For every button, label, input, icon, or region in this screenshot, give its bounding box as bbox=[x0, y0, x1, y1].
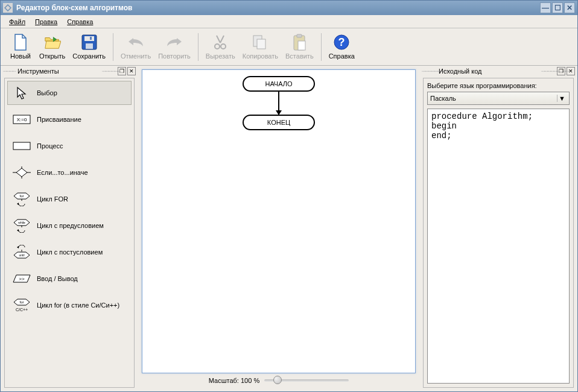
panel-close-button[interactable]: ✕ bbox=[127, 67, 136, 75]
open-button[interactable]: Открыть bbox=[36, 31, 69, 63]
svg-rect-16 bbox=[13, 142, 30, 150]
flowchart-canvas[interactable]: НАЧАЛО КОНЕЦ bbox=[142, 69, 416, 373]
svg-point-5 bbox=[215, 44, 220, 49]
tool-while[interactable]: while Цикл с предусловием bbox=[7, 213, 132, 238]
menubar: Файл Правка Справка bbox=[1, 15, 577, 28]
toolbar: Новый Открыть Сохранить Отменить Повтори… bbox=[1, 28, 577, 66]
redo-icon bbox=[166, 34, 183, 51]
menu-edit[interactable]: Правка bbox=[30, 17, 62, 27]
new-file-icon bbox=[12, 34, 29, 51]
menu-help[interactable]: Справка bbox=[62, 17, 98, 27]
tool-label: Цикл for (в стиле Си/Си++) bbox=[37, 302, 119, 309]
svg-rect-11 bbox=[298, 41, 305, 50]
separator bbox=[113, 33, 113, 61]
tool-label: Процесс bbox=[37, 142, 63, 150]
tool-label: Цикл FOR bbox=[37, 195, 68, 203]
tool-io[interactable]: >> Ввод / Вывод bbox=[7, 267, 132, 291]
tool-for[interactable]: for Цикл FOR bbox=[7, 187, 132, 211]
tool-assign[interactable]: X:=0 Присваивание bbox=[7, 107, 132, 131]
process-icon bbox=[13, 139, 31, 153]
tool-if[interactable]: Если...то...иначе bbox=[7, 160, 132, 185]
clipboard-icon bbox=[291, 34, 308, 51]
paste-button[interactable]: Вставить bbox=[282, 31, 317, 63]
cut-label: Вырезать bbox=[206, 52, 235, 60]
tool-cfor[interactable]: forC/C++ Цикл for (в стиле Си/Си++) bbox=[7, 293, 132, 317]
panel-close-button[interactable]: ✕ bbox=[567, 67, 575, 75]
tools-list: Выбор X:=0 Присваивание Процесс Если...т… bbox=[4, 78, 135, 388]
io-icon: >> bbox=[13, 272, 31, 285]
tool-process[interactable]: Процесс bbox=[7, 134, 132, 158]
tools-panel-title: Инструменты bbox=[17, 68, 59, 75]
svg-text:?: ? bbox=[338, 36, 345, 48]
cursor-icon bbox=[13, 86, 31, 100]
assign-icon: X:=0 bbox=[13, 113, 31, 126]
tool-label: Если...то...иначе bbox=[37, 169, 88, 176]
help-icon: ? bbox=[333, 34, 350, 51]
svg-point-6 bbox=[221, 44, 226, 49]
language-label: Выберите язык программирования: bbox=[427, 82, 570, 89]
svg-rect-3 bbox=[86, 43, 93, 49]
svg-text:while: while bbox=[18, 221, 25, 224]
new-label: Новый bbox=[10, 52, 31, 60]
tool-label: Ввод / Вывод bbox=[37, 275, 78, 282]
new-button[interactable]: Новый bbox=[5, 31, 36, 63]
while-loop-icon: while bbox=[13, 219, 31, 232]
tool-label: Цикл с предусловием bbox=[37, 222, 104, 229]
tool-until[interactable]: until Цикл с постусловием bbox=[7, 240, 132, 264]
undo-label: Отменить bbox=[121, 52, 151, 60]
copy-icon bbox=[252, 34, 268, 51]
copy-button[interactable]: Копировать bbox=[239, 31, 282, 63]
undo-icon bbox=[127, 34, 144, 51]
detach-button[interactable]: ❐ bbox=[118, 67, 126, 75]
language-selected: Паскаль bbox=[430, 95, 557, 102]
maximize-button[interactable]: ☐ bbox=[552, 2, 563, 13]
undo-button[interactable]: Отменить bbox=[117, 31, 154, 63]
paste-label: Вставить bbox=[285, 52, 314, 60]
grip-icon: ┈┈┈┈┈┈┈┈┈ bbox=[541, 68, 556, 75]
open-folder-icon bbox=[44, 34, 61, 51]
save-label: Сохранить bbox=[72, 52, 106, 60]
svg-text:for: for bbox=[19, 300, 24, 304]
redo-button[interactable]: Повторить bbox=[154, 31, 194, 63]
menu-file[interactable]: Файл bbox=[4, 17, 30, 27]
grip-icon: ┈┈┈┈ bbox=[3, 68, 17, 75]
window-title: Редактор блок-схем алгоритмов bbox=[16, 4, 539, 12]
separator bbox=[321, 33, 322, 61]
save-button[interactable]: Сохранить bbox=[69, 31, 109, 63]
tool-label: Присваивание bbox=[37, 116, 81, 123]
source-panel-title: Исходный код bbox=[439, 68, 482, 75]
zoom-slider[interactable] bbox=[264, 379, 349, 382]
svg-text:X:=0: X:=0 bbox=[17, 117, 27, 122]
close-button[interactable]: ✕ bbox=[564, 2, 575, 13]
zoom-label: Масштаб: 100 % bbox=[209, 377, 259, 384]
copy-label: Копировать bbox=[243, 52, 278, 60]
scissors-icon bbox=[212, 34, 229, 51]
zoom-bar: Масштаб: 100 % bbox=[142, 373, 416, 388]
slider-thumb[interactable] bbox=[273, 376, 282, 384]
save-floppy-icon bbox=[81, 34, 98, 51]
help-label: Справка bbox=[329, 52, 355, 60]
svg-marker-26 bbox=[17, 246, 19, 248]
svg-rect-2 bbox=[84, 36, 94, 41]
open-label: Открыть bbox=[39, 52, 65, 60]
arrow-icon bbox=[278, 92, 279, 115]
chevron-down-icon: ▼ bbox=[557, 95, 567, 102]
help-button[interactable]: ? Справка bbox=[325, 31, 358, 63]
svg-marker-18 bbox=[16, 168, 27, 177]
language-combobox[interactable]: Паскаль ▼ bbox=[427, 92, 570, 105]
source-panel: ┈┈┈┈┈┈┈┈┈ Исходный код ┈┈┈┈┈┈┈┈┈ ❐ ✕ Выб… bbox=[419, 66, 577, 391]
tools-panel: ┈┈┈┈ Инструменты ┈┈┈┈┈┈ ❐ ✕ Выбор X:=0 П… bbox=[1, 66, 138, 391]
end-node[interactable]: КОНЕЦ bbox=[243, 115, 315, 130]
until-loop-icon: until bbox=[13, 245, 31, 259]
tool-select[interactable]: Выбор bbox=[7, 81, 132, 105]
canvas-area: НАЧАЛО КОНЕЦ Масштаб: 100 % bbox=[138, 66, 419, 391]
svg-text:>>: >> bbox=[19, 276, 25, 282]
cfor-loop-icon: forC/C++ bbox=[13, 299, 31, 312]
minimize-button[interactable]: — bbox=[540, 2, 551, 13]
cut-button[interactable]: Вырезать bbox=[202, 31, 239, 63]
start-node[interactable]: НАЧАЛО bbox=[243, 76, 315, 92]
source-code-box[interactable]: procedure Algorithm; begin end; bbox=[427, 109, 570, 384]
detach-button[interactable]: ❐ bbox=[557, 67, 565, 75]
svg-rect-8 bbox=[257, 39, 265, 49]
grip-icon: ┈┈┈┈┈┈┈┈┈ bbox=[422, 68, 436, 75]
